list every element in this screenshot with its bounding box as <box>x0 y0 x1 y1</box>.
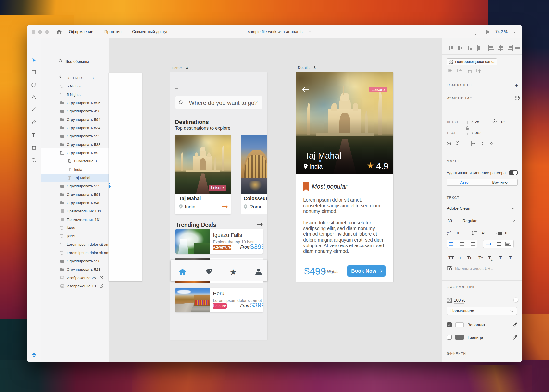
svg-text:AV: AV <box>447 231 451 234</box>
